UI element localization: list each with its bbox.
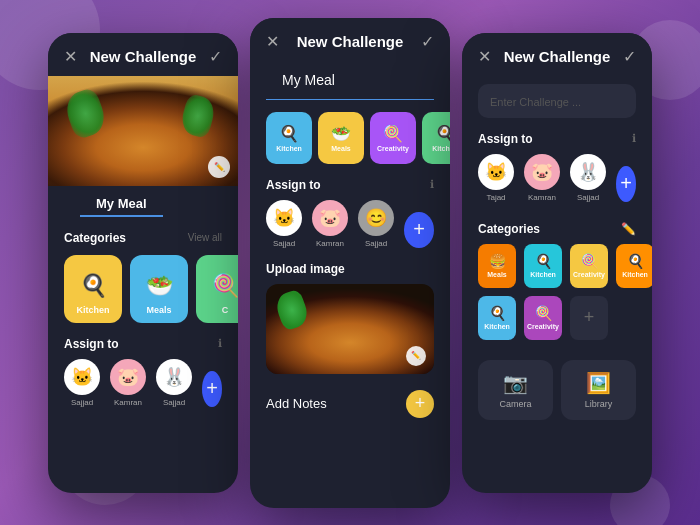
- screen3-categories-label: Categories: [478, 222, 540, 236]
- category-card-s2[interactable]: 🍳Kitchen: [266, 112, 312, 164]
- avatar-item[interactable]: 🐷Kamran: [312, 200, 348, 248]
- avatar: 🐷: [524, 154, 560, 190]
- cat-grid-label: Kitchen: [530, 271, 556, 278]
- meal-input-text: My Meal: [282, 72, 335, 88]
- cat-grid-label: Kitchen: [484, 323, 510, 330]
- avatar: 🐰: [570, 154, 606, 190]
- avatar-name: Sajjad: [163, 398, 185, 407]
- upload-image-area[interactable]: ✏️: [266, 284, 434, 374]
- cat-icon: 🍳: [435, 124, 450, 143]
- add-note-button[interactable]: +: [406, 390, 434, 418]
- avatar-name: Sajjad: [577, 193, 599, 202]
- upload-edit-button[interactable]: ✏️: [406, 346, 426, 366]
- meal-input-area[interactable]: My Meal: [266, 65, 434, 100]
- assign-section: Assign to ℹ 🐱Sajjad🐷Kamran🐰Sajjad+: [48, 331, 238, 413]
- screen1-close-icon[interactable]: ✕: [64, 47, 77, 66]
- category-grid-item[interactable]: 🍭Creativity: [570, 244, 608, 288]
- avatar-item[interactable]: 🐱Sajjad: [266, 200, 302, 248]
- avatar: 🐱: [478, 154, 514, 190]
- avatar-item[interactable]: 😊Sajjad: [358, 200, 394, 248]
- screen3-categories-grid: 🍔Meals🍳Kitchen🍭Creativity🍳Kitchen🍳Kitche…: [462, 240, 652, 352]
- screen3-title: New Challenge: [504, 48, 611, 65]
- media-label: Camera: [499, 399, 531, 409]
- assign-label: Assign to: [64, 337, 119, 351]
- category-card-s2[interactable]: 🍳Kitchen: [422, 112, 450, 164]
- avatar-item[interactable]: 🐱Tajad: [478, 154, 514, 202]
- screen1-check-icon[interactable]: ✓: [209, 47, 222, 66]
- cat-grid-icon: 🍭: [535, 305, 552, 321]
- category-card[interactable]: 🍭C: [196, 255, 238, 323]
- upload-header: Upload image: [250, 254, 450, 280]
- screen2-info-icon: ℹ: [430, 178, 434, 191]
- add-avatar-button[interactable]: +: [404, 212, 434, 248]
- avatar: 🐷: [312, 200, 348, 236]
- category-card[interactable]: 🥗Meals: [130, 255, 188, 323]
- categories-label: Categories: [64, 231, 126, 245]
- category-grid-item[interactable]: 🍳Kitchen: [524, 244, 562, 288]
- add-notes-row: Add Notes +: [250, 382, 450, 426]
- category-card-s2[interactable]: 🥗Meals: [318, 112, 364, 164]
- screen2-header: ✕ New Challenge ✓: [250, 18, 450, 61]
- screen3-check-icon[interactable]: ✓: [623, 47, 636, 66]
- avatar-item[interactable]: 🐰Sajjad: [570, 154, 606, 202]
- media-label: Library: [585, 399, 613, 409]
- category-icon: 🍳: [80, 273, 107, 299]
- add-avatar-button[interactable]: +: [202, 371, 222, 407]
- avatar-item[interactable]: 🐱Sajjad: [64, 359, 100, 407]
- screen3-avatars-row: 🐱Tajad🐷Kamran🐰Sajjad+: [478, 154, 636, 202]
- screen2-assign-section: Assign to ℹ 🐱Sajjad🐷Kamran😊Sajjad+: [250, 172, 450, 254]
- category-grid-item[interactable]: 🍳Kitchen: [478, 296, 516, 340]
- challenge-input[interactable]: Enter Challenge ...: [478, 84, 636, 118]
- avatar-item[interactable]: 🐰Sajjad: [156, 359, 192, 407]
- avatar-item[interactable]: 🐷Kamran: [110, 359, 146, 407]
- screen2-assign-row: Assign to ℹ: [266, 178, 434, 192]
- avatar: 🐱: [266, 200, 302, 236]
- categories-header-row: Categories View all: [48, 223, 238, 249]
- food-edit-button[interactable]: ✏️: [208, 156, 230, 178]
- media-item-camera[interactable]: 📷Camera: [478, 360, 553, 420]
- screen3-close-icon[interactable]: ✕: [478, 47, 491, 66]
- category-card-s2[interactable]: 🍭Creativity: [370, 112, 416, 164]
- library-icon: 🖼️: [586, 371, 611, 395]
- add-notes-label: Add Notes: [266, 396, 327, 411]
- category-grid-item[interactable]: 🍔Meals: [478, 244, 516, 288]
- assign-row: Assign to ℹ: [64, 337, 222, 351]
- avatar-name: Kamran: [528, 193, 556, 202]
- add-avatar-button[interactable]: +: [616, 166, 636, 202]
- screen2-close-icon[interactable]: ✕: [266, 32, 279, 51]
- media-item-library[interactable]: 🖼️Library: [561, 360, 636, 420]
- screen3-header: ✕ New Challenge ✓: [462, 33, 652, 76]
- category-card[interactable]: 🍳Kitchen: [64, 255, 122, 323]
- category-label: Kitchen: [76, 305, 109, 315]
- add-category-button[interactable]: +: [570, 296, 608, 340]
- category-grid-item[interactable]: 🍭Creativity: [524, 296, 562, 340]
- cat-label: Creativity: [377, 145, 409, 152]
- view-all-link[interactable]: View all: [188, 232, 222, 243]
- screen-2: ✕ New Challenge ✓ My Meal 🍳Kitchen🥗Meals…: [250, 18, 450, 508]
- category-grid-item[interactable]: 🍳Kitchen: [616, 244, 652, 288]
- screen2-categories-scroll: 🍳Kitchen🥗Meals🍭Creativity🍳Kitchen🎯W: [250, 108, 450, 172]
- categories-scroll: 🍳Kitchen🥗Meals🍭C: [48, 249, 238, 331]
- screen1-header: ✕ New Challenge ✓: [48, 33, 238, 76]
- screen2-check-icon[interactable]: ✓: [421, 32, 434, 51]
- cat-grid-label: Creativity: [527, 323, 559, 330]
- screen3-info-icon: ℹ: [632, 132, 636, 145]
- cat-label: Kitchen: [276, 145, 302, 152]
- avatars-row: 🐱Sajjad🐷Kamran🐰Sajjad+: [64, 359, 222, 407]
- avatar: 🐰: [156, 359, 192, 395]
- screen1-title: New Challenge: [90, 48, 197, 65]
- avatar-name: Tajad: [486, 193, 505, 202]
- cat-grid-icon: 🍳: [535, 253, 552, 269]
- category-row-1: 🍔Meals🍳Kitchen🍭Creativity🍳Kitchen: [478, 244, 636, 288]
- screen2-title: New Challenge: [297, 33, 404, 50]
- screens-container: ✕ New Challenge ✓ ✏️ My Meal Categories …: [48, 18, 652, 508]
- avatar-name: Kamran: [114, 398, 142, 407]
- screen-1: ✕ New Challenge ✓ ✏️ My Meal Categories …: [48, 33, 238, 493]
- avatar-name: Kamran: [316, 239, 344, 248]
- avatar-name: Sajjad: [273, 239, 295, 248]
- screen1-food-image: ✏️: [48, 76, 238, 186]
- screen-3: ✕ New Challenge ✓ Enter Challenge ... As…: [462, 33, 652, 493]
- categories-edit-icon[interactable]: ✏️: [621, 222, 636, 236]
- cat-grid-label: Kitchen: [622, 271, 648, 278]
- avatar-item[interactable]: 🐷Kamran: [524, 154, 560, 202]
